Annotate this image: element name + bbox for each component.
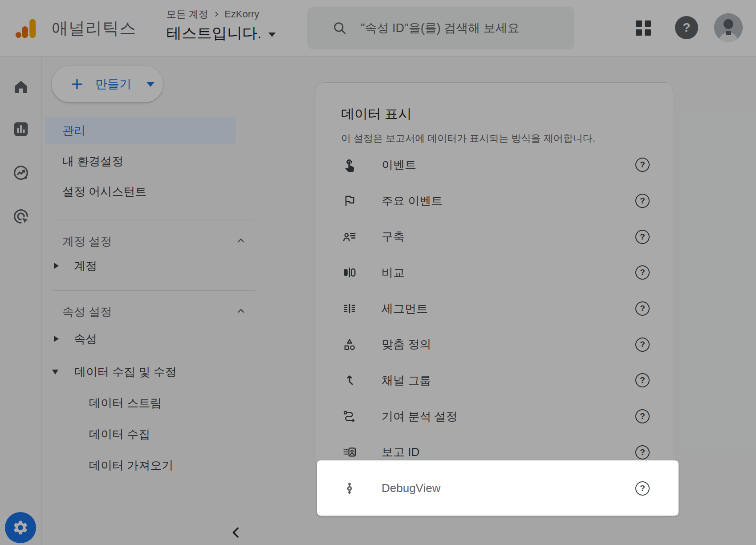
row-debugview[interactable]: DebugView ? <box>316 470 673 506</box>
debugview-icon <box>342 481 357 496</box>
row-label: DebugView <box>382 481 441 495</box>
help-icon[interactable]: ? <box>635 481 650 496</box>
screen: 애널리틱스 모든 계정 EzKorry 테스트입니다. <box>0 0 756 545</box>
